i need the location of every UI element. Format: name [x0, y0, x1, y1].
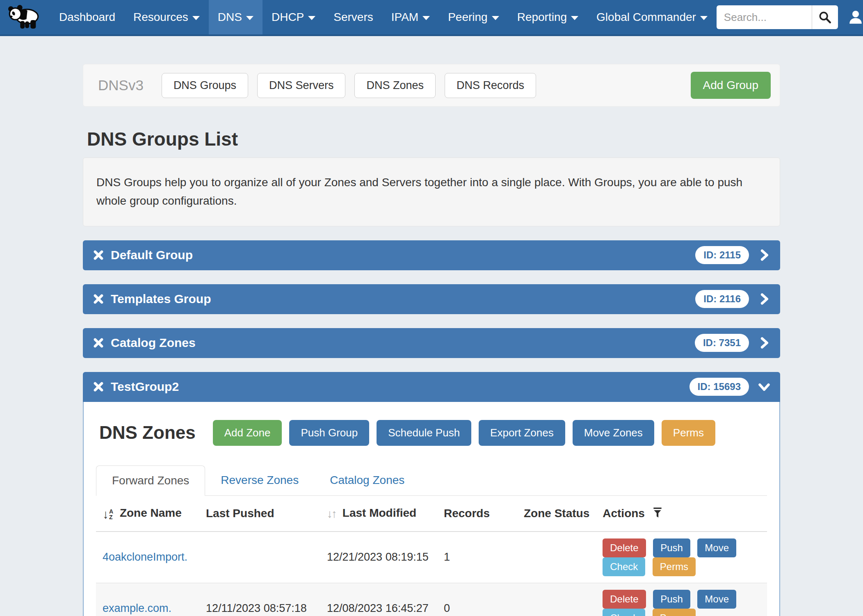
- group-name: Catalog Zones: [111, 336, 196, 350]
- zone-perms-button[interactable]: Perms: [653, 557, 696, 576]
- table-row: 4oakcloneImport. 12/21/2023 08:19:15 1 D…: [96, 532, 767, 583]
- nav-label: Global Commander: [596, 11, 696, 24]
- last-pushed-cell: 12/11/2023 08:57:18: [199, 583, 320, 616]
- perms-button[interactable]: Perms: [662, 420, 715, 446]
- nav-item-dhcp[interactable]: DHCP: [263, 0, 324, 34]
- records-cell: 0: [437, 583, 517, 616]
- column-header-zone-name[interactable]: ↓AZ Zone Name: [96, 496, 199, 532]
- zone-move-button[interactable]: Move: [697, 590, 736, 609]
- caret-down-icon: [246, 16, 253, 20]
- chevron-right-icon: [758, 293, 770, 305]
- table-row: example.com. 12/11/2023 08:57:18 12/08/2…: [96, 583, 767, 616]
- zone-check-button[interactable]: Check: [603, 557, 645, 576]
- zone-move-button[interactable]: Move: [697, 538, 736, 557]
- close-x-icon[interactable]: [93, 293, 104, 305]
- export-zones-button[interactable]: Export Zones: [479, 420, 565, 446]
- dns-records-button[interactable]: DNS Records: [445, 73, 536, 98]
- column-header-zone-status: Zone Status: [517, 496, 596, 532]
- zones-table: ↓AZ Zone Name Last Pushed ↓↑ Last Modifi…: [96, 496, 767, 616]
- zone-delete-button[interactable]: Delete: [603, 590, 646, 609]
- nav-label: Resources: [133, 11, 188, 24]
- schedule-push-button[interactable]: Schedule Push: [377, 420, 471, 446]
- filter-icon[interactable]: [652, 507, 663, 518]
- nav-item-dns[interactable]: DNS: [209, 0, 263, 34]
- move-zones-button[interactable]: Move Zones: [573, 420, 654, 446]
- zone-push-button[interactable]: Push: [653, 590, 690, 609]
- nav-item-peering[interactable]: Peering: [439, 0, 508, 34]
- group-bar-testgroup2[interactable]: TestGroup2 ID: 15693: [83, 372, 780, 402]
- dns-groups-button[interactable]: DNS Groups: [162, 73, 248, 98]
- last-modified-cell: 12/21/2023 08:19:15: [320, 532, 437, 583]
- dns-zones-button[interactable]: DNS Zones: [354, 73, 436, 98]
- zone-status-cell: [517, 583, 596, 616]
- caret-down-icon: [571, 16, 578, 20]
- page-description: DNS Groups help you to organize all of y…: [83, 157, 780, 226]
- search-input[interactable]: [717, 5, 812, 29]
- zone-status-cell: [517, 532, 596, 583]
- caret-down-icon: [422, 16, 430, 20]
- chevron-right-icon: [758, 249, 770, 261]
- chevron-down-icon: [758, 381, 770, 393]
- dns-servers-button[interactable]: DNS Servers: [257, 73, 346, 98]
- zone-link[interactable]: example.com.: [103, 602, 171, 614]
- nav-item-dashboard[interactable]: Dashboard: [50, 0, 124, 34]
- zone-check-button[interactable]: Check: [603, 609, 645, 616]
- last-modified-cell: 12/08/2023 16:45:27: [320, 583, 437, 616]
- nav-item-ipam[interactable]: IPAM: [382, 0, 439, 34]
- group-name: TestGroup2: [111, 380, 179, 394]
- search-group: [717, 5, 838, 29]
- group-bar-default-group[interactable]: Default Group ID: 2115: [83, 240, 780, 270]
- nav-label: Servers: [333, 11, 373, 24]
- nav-item-servers[interactable]: Servers: [324, 0, 382, 34]
- add-zone-button[interactable]: Add Zone: [213, 420, 282, 446]
- zone-push-button[interactable]: Push: [653, 538, 690, 557]
- zone-perms-button[interactable]: Perms: [653, 609, 696, 616]
- caret-down-icon: [492, 16, 499, 20]
- dnsv3-brand: DNSv3: [92, 77, 153, 94]
- close-x-icon[interactable]: [93, 381, 104, 392]
- caret-down-icon: [308, 16, 315, 20]
- close-x-icon[interactable]: [93, 337, 104, 349]
- column-header-records: Records: [437, 496, 517, 532]
- dns-zones-title: DNS Zones: [99, 422, 196, 443]
- caret-down-icon: [192, 16, 200, 20]
- zone-link[interactable]: 4oakcloneImport.: [103, 551, 187, 563]
- search-icon: [818, 10, 832, 24]
- search-button[interactable]: [812, 5, 838, 29]
- zone-delete-button[interactable]: Delete: [603, 538, 646, 557]
- column-header-actions[interactable]: Actions: [596, 496, 767, 532]
- nav-label: Peering: [448, 11, 488, 24]
- nav-item-resources[interactable]: Resources: [124, 0, 209, 34]
- dnsv3-toolbar: DNSv3 DNS Groups DNS Servers DNS Zones D…: [83, 64, 780, 107]
- nav-label: Reporting: [517, 11, 567, 24]
- group-name: Default Group: [111, 248, 193, 262]
- group-id-badge: ID: 7351: [695, 334, 749, 352]
- column-label: Last Pushed: [206, 507, 274, 520]
- nav-label: DHCP: [272, 11, 304, 24]
- zone-tabs: Forward Zones Reverse Zones Catalog Zone…: [96, 465, 767, 496]
- group-bar-templates-group[interactable]: Templates Group ID: 2116: [83, 284, 780, 314]
- chevron-right-icon: [758, 337, 770, 349]
- column-label: Zone Status: [524, 507, 589, 520]
- add-group-button[interactable]: Add Group: [691, 72, 771, 99]
- column-label: Actions: [603, 507, 645, 520]
- tab-catalog-zones[interactable]: Catalog Zones: [314, 465, 420, 495]
- group-bar-catalog-zones[interactable]: Catalog Zones ID: 7351: [83, 328, 780, 358]
- sort-icon: ↓↑: [327, 507, 336, 520]
- panda-logo[interactable]: [0, 0, 50, 34]
- nav-item-reporting[interactable]: Reporting: [508, 0, 587, 34]
- close-x-icon[interactable]: [93, 249, 104, 261]
- group-id-badge: ID: 15693: [689, 378, 749, 396]
- column-header-last-pushed: Last Pushed: [199, 496, 320, 532]
- top-navbar: Dashboard Resources DNS DHCP Servers IPA…: [0, 0, 863, 36]
- testgroup2-panel: DNS Zones Add Zone Push Group Schedule P…: [83, 402, 780, 616]
- push-group-button[interactable]: Push Group: [289, 420, 369, 446]
- tab-forward-zones[interactable]: Forward Zones: [96, 465, 205, 496]
- last-pushed-cell: [199, 532, 320, 583]
- column-header-last-modified[interactable]: ↓↑ Last Modified: [320, 496, 437, 532]
- tab-reverse-zones[interactable]: Reverse Zones: [205, 465, 314, 495]
- user-menu[interactable]: [847, 9, 863, 26]
- column-label: Last Modified: [342, 506, 416, 519]
- caret-down-icon: [700, 16, 708, 20]
- nav-item-global-commander[interactable]: Global Commander: [587, 0, 717, 34]
